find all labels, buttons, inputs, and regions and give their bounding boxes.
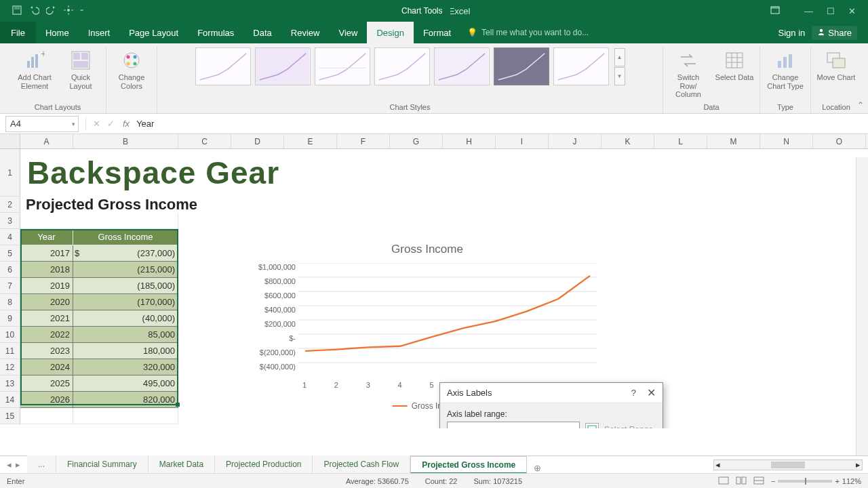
sheet-tab[interactable]: Projected Production <box>215 455 313 473</box>
column-headers[interactable]: A B C D E F G H I J K L M N O <box>0 134 868 149</box>
ribbon-options-icon[interactable] <box>770 6 780 16</box>
row-header[interactable]: 6 <box>0 262 20 278</box>
view-page-layout-icon[interactable] <box>736 476 747 486</box>
sheet-tab[interactable]: Market Data <box>149 455 215 473</box>
axis-label-range-input[interactable] <box>447 422 580 428</box>
dialog-help-button[interactable]: ? <box>631 388 636 398</box>
sheet-nav[interactable]: ◂▸ <box>0 460 27 470</box>
row-header[interactable]: 14 <box>0 392 20 408</box>
row-header[interactable]: 1 <box>0 149 20 197</box>
new-sheet-button[interactable]: ⊕ <box>527 463 547 473</box>
cell-gross-income[interactable]: $(237,000) <box>73 245 178 262</box>
zoom-in-button[interactable]: + <box>835 477 839 485</box>
cell-gross-income[interactable]: 820,000 <box>73 392 178 408</box>
col-O[interactable]: O <box>813 134 866 148</box>
add-chart-element-button[interactable]: + Add Chart Element <box>15 47 54 90</box>
cell-gross-income[interactable]: (215,000) <box>73 262 178 278</box>
col-G[interactable]: G <box>390 134 443 148</box>
horizontal-scrollbar[interactable]: ◂▸ <box>713 460 863 470</box>
cell-year[interactable]: 2025 <box>20 375 73 392</box>
tab-home[interactable]: Home <box>36 22 79 43</box>
cell-gross-income[interactable]: (185,000) <box>73 278 178 294</box>
chart-style-scroll[interactable]: ▲▼ <box>614 48 625 85</box>
row-header[interactable]: 10 <box>0 327 20 343</box>
cell-gross-income[interactable]: (40,000) <box>73 310 178 327</box>
row-header[interactable]: 15 <box>0 408 20 424</box>
view-page-break-icon[interactable] <box>753 476 764 486</box>
col-L[interactable]: L <box>654 134 707 148</box>
touch-mode-icon[interactable] <box>64 5 73 17</box>
redo-icon[interactable] <box>46 5 57 17</box>
tab-design[interactable]: Design <box>367 22 413 43</box>
cell-year[interactable]: 2020 <box>20 294 73 310</box>
sheet-tab[interactable]: Projected Cash Flow <box>313 455 410 473</box>
tab-file[interactable]: File <box>0 22 36 43</box>
col-F[interactable]: F <box>337 134 390 148</box>
tab-review[interactable]: Review <box>281 22 330 43</box>
row-header[interactable]: 7 <box>0 278 20 294</box>
cell-year[interactable]: 2017 <box>20 245 73 262</box>
tell-me-search[interactable]: 💡 Tell me what you want to do... <box>467 22 589 43</box>
col-J[interactable]: J <box>549 134 601 148</box>
cell-year[interactable]: 2018 <box>20 262 73 278</box>
col-A[interactable]: A <box>20 134 73 148</box>
save-icon[interactable] <box>12 5 22 17</box>
row-header[interactable]: 5 <box>0 245 20 262</box>
col-D[interactable]: D <box>231 134 284 148</box>
sheet-tab[interactable]: Financial Summary <box>56 455 149 473</box>
change-colors-button[interactable]: Change Colors <box>112 47 151 90</box>
share-button[interactable]: Share <box>812 26 857 40</box>
cell-year[interactable]: 2023 <box>20 343 73 359</box>
col-M[interactable]: M <box>707 134 760 148</box>
row-header[interactable]: 12 <box>0 359 20 375</box>
quick-layout-button[interactable]: Quick Layout <box>61 47 100 90</box>
col-N[interactable]: N <box>760 134 813 148</box>
fx-icon[interactable]: fx <box>119 119 130 129</box>
col-I[interactable]: I <box>496 134 549 148</box>
chart-style-1[interactable] <box>195 47 251 85</box>
table-header-gi[interactable]: Gross Income <box>73 229 178 245</box>
col-E[interactable]: E <box>284 134 337 148</box>
row-header[interactable]: 13 <box>0 375 20 392</box>
select-all-corner[interactable] <box>0 134 20 148</box>
formula-input[interactable]: Year <box>130 119 868 129</box>
chart-style-2[interactable] <box>255 47 311 85</box>
cell-year[interactable]: 2024 <box>20 359 73 375</box>
row-header[interactable]: 11 <box>0 343 20 359</box>
tab-format[interactable]: Format <box>414 22 460 43</box>
view-normal-icon[interactable] <box>718 476 729 486</box>
row-header[interactable]: 9 <box>0 310 20 327</box>
dialog-close-button[interactable]: ✕ <box>647 386 656 399</box>
maximize-button[interactable]: ☐ <box>827 6 835 16</box>
vertical-scrollbar[interactable] <box>856 157 868 455</box>
zoom-slider[interactable]: − + 112% <box>771 477 861 485</box>
col-K[interactable]: K <box>601 134 654 148</box>
range-picker-button[interactable] <box>585 423 599 428</box>
cell-gross-income[interactable]: 495,000 <box>73 375 178 392</box>
col-B[interactable]: B <box>73 134 178 148</box>
chart-style-5[interactable] <box>434 47 490 85</box>
row-header[interactable]: 2 <box>0 197 20 213</box>
worksheet-grid[interactable]: A B C D E F G H I J K L M N O 1 Backspac… <box>0 134 868 428</box>
sheet-tab-active[interactable]: Projected Gross Income <box>410 456 527 474</box>
tab-insert[interactable]: Insert <box>79 22 120 43</box>
tab-page-layout[interactable]: Page Layout <box>119 22 188 43</box>
cell-year[interactable]: 2021 <box>20 310 73 327</box>
switch-row-column-button[interactable]: Switch Row/ Column <box>669 47 708 99</box>
qat-more-icon[interactable]: ⁼ <box>80 7 83 15</box>
cell-gross-income[interactable]: (170,000) <box>73 294 178 310</box>
select-data-button[interactable]: Select Data <box>715 47 754 82</box>
zoom-out-button[interactable]: − <box>771 477 775 485</box>
row-header[interactable]: 3 <box>0 213 20 229</box>
collapse-ribbon-icon[interactable]: ⌃ <box>857 100 864 110</box>
col-H[interactable]: H <box>443 134 496 148</box>
chart-style-4[interactable] <box>374 47 430 85</box>
cell-gross-income[interactable]: 85,000 <box>73 327 178 343</box>
minimize-button[interactable]: — <box>804 6 813 16</box>
chart-style-3[interactable] <box>315 47 370 85</box>
move-chart-button[interactable]: Move Chart <box>816 47 856 82</box>
enter-formula-icon[interactable]: ✓ <box>107 119 115 129</box>
tab-view[interactable]: View <box>329 22 367 43</box>
chart-style-7[interactable] <box>553 47 609 85</box>
sign-in-link[interactable]: Sign in <box>778 28 806 38</box>
